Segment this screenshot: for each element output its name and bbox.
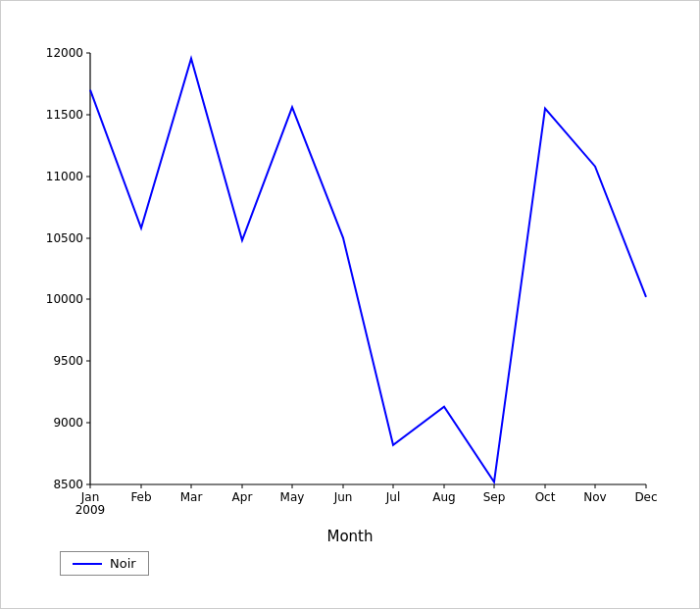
y-tick-label: 10500 — [46, 231, 83, 245]
data-line-noir — [90, 59, 646, 482]
x-tick-label: Jul — [385, 490, 400, 504]
x-tick-label-year: 2009 — [75, 503, 106, 517]
x-tick-label: May — [280, 490, 305, 504]
line-chart: 8500 9000 9500 10000 10500 11000 11500 1… — [36, 43, 664, 524]
legend-label-noir: Noir — [110, 556, 136, 571]
x-tick-label: Dec — [634, 490, 657, 504]
y-tick-label: 11000 — [46, 170, 83, 183]
chart-container: 8500 9000 9500 10000 10500 11000 11500 1… — [0, 0, 700, 609]
y-tick-label: 10000 — [46, 292, 83, 306]
x-tick-label: Feb — [130, 490, 151, 504]
x-tick-label: Oct — [535, 490, 556, 504]
y-tick-label: 11500 — [46, 108, 83, 122]
x-tick-label: Apr — [232, 490, 253, 504]
x-tick-label: Jun — [333, 490, 353, 504]
x-axis-label: Month — [326, 528, 373, 545]
y-tick-label: 9500 — [53, 354, 83, 368]
legend: Noir — [60, 551, 149, 576]
chart-area: 8500 9000 9500 10000 10500 11000 11500 1… — [36, 43, 664, 524]
x-tick-label: Mar — [180, 490, 203, 504]
x-tick-label: Jan — [80, 490, 100, 504]
x-tick-label: Nov — [583, 490, 606, 504]
y-tick-label: 8500 — [53, 478, 83, 491]
legend-line-noir — [73, 563, 102, 565]
y-tick-label: 9000 — [53, 416, 83, 430]
y-tick-label: 12000 — [46, 46, 83, 60]
x-tick-label: Aug — [432, 490, 455, 504]
x-tick-label: Sep — [483, 490, 506, 504]
